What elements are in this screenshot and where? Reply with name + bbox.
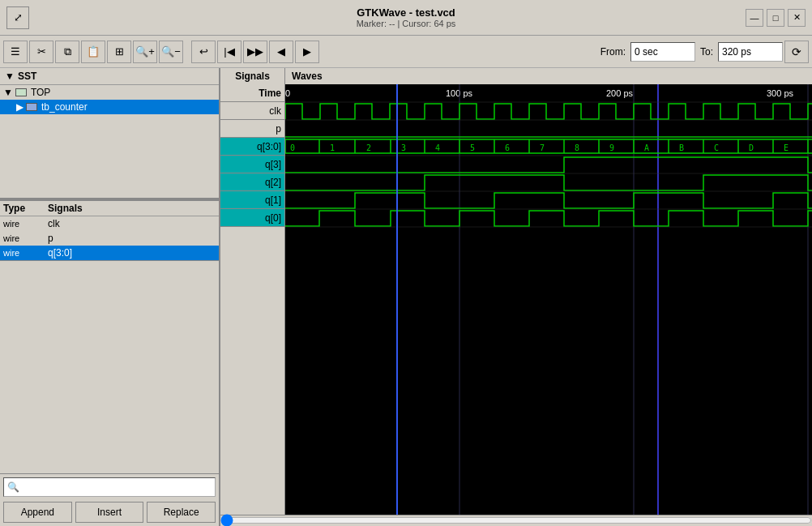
- append-button[interactable]: Append: [3, 502, 72, 523]
- svg-text:D: D: [749, 143, 754, 152]
- p-name-row: p: [220, 120, 284, 138]
- to-input[interactable]: [718, 42, 783, 62]
- tree-item-tb-counter[interactable]: ▶ tb_counter: [0, 100, 219, 114]
- sig-type-q30: wire: [3, 248, 48, 258]
- svg-text:3: 3: [401, 143, 406, 152]
- refresh-icon: ⟳: [792, 45, 801, 58]
- q30-name-row: q[3:0]: [220, 138, 284, 156]
- q0-name-row: q[0]: [220, 209, 284, 227]
- to-label: To:: [700, 46, 713, 58]
- search-icon: 🔍: [7, 481, 19, 493]
- clipboard-icon: 📋: [87, 45, 100, 58]
- play-button[interactable]: ▶: [295, 41, 319, 63]
- sig-type-p: wire: [3, 233, 48, 243]
- undo-icon: ↩: [199, 45, 208, 58]
- q2-wave-label: q[2]: [265, 177, 281, 188]
- svg-text:0: 0: [285, 88, 290, 98]
- menu-icon: ☰: [11, 45, 20, 58]
- svg-text:5: 5: [470, 143, 475, 152]
- waveform-area[interactable]: Time clk p q[3:0] q[3] q[2] q[1]: [220, 84, 812, 515]
- search-box[interactable]: 🔍: [3, 477, 216, 497]
- refresh-button[interactable]: ⟳: [784, 41, 809, 63]
- expand-icon: ⤢: [14, 11, 23, 24]
- tree-item-top[interactable]: ▼ TOP: [0, 85, 219, 100]
- toolbar: ☰ ✂ ⧉ 📋 ⊞ 🔍+ 🔍− ↩ |◀ ▶▶ ◀ ▶ From: To: ⟳: [0, 36, 812, 68]
- window-subtitle: Marker: -- | Cursor: 64 ps: [357, 19, 456, 28]
- sst-title: SST: [18, 71, 36, 82]
- sst-header: ▼ SST: [0, 68, 219, 85]
- sst-bottom: 🔍 Append Insert Replace: [0, 473, 219, 526]
- tb-expand-icon: ▶: [16, 101, 24, 113]
- prev-icon: ◀: [277, 45, 285, 58]
- titlebar: ⤢ GTKWave - test.vcd Marker: -- | Cursor…: [0, 0, 812, 36]
- copy-icon: ⧉: [64, 45, 71, 58]
- copy-button[interactable]: ⧉: [55, 41, 79, 63]
- signal-row-q30[interactable]: wire q[3:0]: [0, 246, 219, 260]
- prev-button[interactable]: ◀: [269, 41, 293, 63]
- signals-panel-header: Signals: [220, 68, 285, 84]
- time-header-row: Time: [220, 84, 284, 102]
- expand-button[interactable]: ⤢: [6, 6, 29, 29]
- q1-wave-label: q[1]: [265, 195, 281, 206]
- top-chip-icon: [15, 88, 27, 96]
- sst-expand-icon[interactable]: ▼: [5, 71, 15, 82]
- search-input[interactable]: [23, 481, 212, 493]
- svg-text:9: 9: [609, 143, 614, 152]
- first-icon: |◀: [224, 45, 234, 58]
- sig-name-clk: clk: [48, 218, 216, 229]
- svg-text:1: 1: [330, 143, 335, 152]
- q2-name-row: q[2]: [220, 173, 284, 191]
- svg-text:A: A: [644, 143, 649, 152]
- clk-name-row: clk: [220, 102, 284, 120]
- signal-row-p[interactable]: wire p: [0, 231, 219, 246]
- from-input[interactable]: [630, 42, 695, 62]
- main-area: ▼ SST ▼ TOP ▶ tb_counter Type Signals: [0, 68, 812, 526]
- signals-header: Type Signals: [0, 201, 219, 216]
- type-column-header: Type: [3, 203, 48, 214]
- svg-text:0: 0: [290, 143, 295, 152]
- grid-button[interactable]: ⊞: [107, 41, 131, 63]
- svg-text:200 ps: 200 ps: [606, 88, 634, 98]
- zoom-out-button[interactable]: 🔍−: [159, 41, 183, 63]
- horizontal-scrollbar[interactable]: [220, 515, 812, 526]
- svg-text:6: 6: [505, 143, 510, 152]
- zoom-out-icon: 🔍−: [161, 45, 181, 58]
- right-panel: Signals Waves Time clk p q[3:0] q: [220, 68, 812, 526]
- svg-text:B: B: [679, 143, 684, 152]
- signal-row-clk[interactable]: wire clk: [0, 216, 219, 231]
- play-icon: ▶: [303, 45, 311, 58]
- zoom-in-button[interactable]: 🔍+: [133, 41, 157, 63]
- maximize-button[interactable]: □: [767, 9, 784, 27]
- insert-button[interactable]: Insert: [75, 502, 144, 523]
- clk-wave-label: clk: [269, 105, 281, 117]
- top-expand-icon: ▼: [3, 87, 13, 98]
- action-buttons: Append Insert Replace: [3, 502, 216, 523]
- svg-text:C: C: [714, 143, 719, 152]
- svg-rect-0: [285, 84, 812, 515]
- scissors-icon: ✂: [37, 45, 46, 58]
- tb-chip-icon: [26, 103, 37, 111]
- undo-button[interactable]: ↩: [191, 41, 216, 63]
- menu-button[interactable]: ☰: [3, 41, 28, 63]
- window-controls: — □ ✕: [746, 9, 806, 27]
- waveform-svg: 0 100 ps 200 ps 300 ps: [285, 84, 812, 515]
- q1-name-row: q[1]: [220, 191, 284, 209]
- signal-names-column: Time clk p q[3:0] q[3] q[2] q[1]: [220, 84, 285, 515]
- wave-canvas[interactable]: 0 100 ps 200 ps 300 ps: [285, 84, 812, 515]
- svg-text:E: E: [784, 143, 788, 152]
- replace-button[interactable]: Replace: [147, 502, 216, 523]
- first-button[interactable]: |◀: [217, 41, 241, 63]
- close-button[interactable]: ✕: [788, 9, 806, 27]
- scissors-button[interactable]: ✂: [29, 41, 53, 63]
- svg-text:7: 7: [540, 143, 545, 152]
- next-button[interactable]: ▶▶: [243, 41, 267, 63]
- svg-rect-1: [285, 84, 812, 102]
- next-icon: ▶▶: [247, 45, 263, 58]
- clipboard-button[interactable]: 📋: [81, 41, 105, 63]
- time-label: Time: [259, 88, 281, 99]
- minimize-button[interactable]: —: [746, 9, 763, 27]
- signals-table: Type Signals wire clk wire p wire q[3:0]: [0, 201, 219, 261]
- top-label: TOP: [31, 87, 50, 98]
- svg-text:4: 4: [435, 143, 440, 152]
- hscroll-input[interactable]: [220, 515, 812, 525]
